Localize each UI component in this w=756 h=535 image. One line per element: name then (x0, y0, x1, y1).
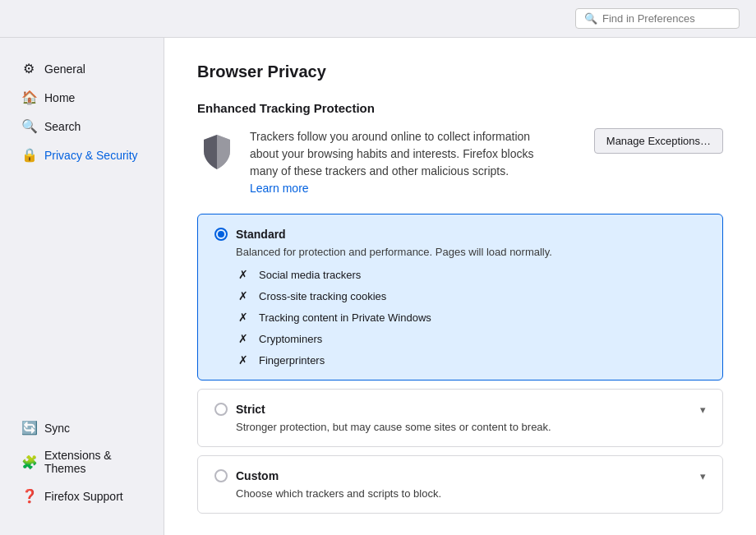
tracker-item-standard-2: ✗ Tracking content in Private Windows (236, 311, 706, 324)
sidebar-label-home: Home (44, 91, 75, 104)
tracker-item-standard-1: ✗ Cross-site tracking cookies (236, 289, 706, 302)
option-header-custom: Custom ▾ (214, 469, 706, 482)
option-header-left-custom: Custom (214, 469, 279, 482)
chevron-icon-strict: ▾ (700, 404, 706, 416)
general-icon: ⚙ (21, 61, 36, 76)
option-label-standard: Standard (236, 228, 286, 241)
option-header-standard: Standard (214, 228, 706, 241)
section-title: Enhanced Tracking Protection (197, 101, 723, 115)
tracker-item-standard-3: ✗ Cryptominers (236, 332, 706, 345)
chevron-icon-custom: ▾ (700, 470, 706, 482)
radio-strict (214, 403, 228, 416)
etp-left: Trackers follow you around online to col… (197, 128, 546, 197)
radio-standard (214, 228, 228, 241)
tracker-item-standard-4: ✗ Fingerprinters (236, 353, 706, 367)
sidebar-item-support[interactable]: ❓Firefox Support (5, 482, 159, 510)
tracker-list-standard: ✗ Social media trackers ✗ Cross-site tra… (236, 268, 706, 367)
sidebar-label-extensions: Extensions & Themes (44, 449, 142, 475)
search-box[interactable]: 🔍 (575, 8, 740, 29)
preferences-search-input[interactable] (602, 12, 731, 25)
sidebar-label-support: Firefox Support (44, 490, 123, 503)
tracker-icon-4: ✗ (236, 353, 251, 367)
tracker-item-standard-0: ✗ Social media trackers (236, 268, 706, 281)
tracker-icon-1: ✗ (236, 289, 251, 302)
sidebar-item-home[interactable]: 🏠Home (5, 83, 159, 112)
main-layout: ⚙General🏠Home🔍Search🔒Privacy & Security … (0, 38, 756, 535)
sidebar-label-general: General (44, 62, 85, 76)
option-card-standard[interactable]: Standard Balanced for protection and per… (197, 214, 723, 380)
manage-exceptions-button[interactable]: Manage Exceptions… (594, 128, 723, 154)
tracker-label-standard-3: Cryptominers (259, 333, 322, 345)
sidebar-item-general[interactable]: ⚙General (5, 54, 159, 83)
tracker-icon-2: ✗ (236, 311, 251, 324)
option-header-left-standard: Standard (214, 228, 286, 241)
privacy-icon: 🔒 (21, 147, 36, 163)
sidebar-label-search: Search (44, 120, 81, 133)
sidebar-item-extensions[interactable]: 🧩Extensions & Themes (5, 442, 159, 482)
main-content: Browser Privacy Enhanced Tracking Protec… (164, 38, 756, 535)
option-desc-custom: Choose which trackers and scripts to blo… (236, 487, 706, 500)
tracker-label-standard-0: Social media trackers (259, 269, 361, 281)
sidebar-item-sync[interactable]: 🔄Sync (5, 413, 159, 442)
sidebar-spacer (0, 171, 164, 412)
etp-section: Enhanced Tracking Protection Trackers fo… (197, 101, 723, 514)
option-label-strict: Strict (236, 403, 265, 416)
search-icon: 🔍 (584, 12, 597, 25)
sidebar-item-privacy[interactable]: 🔒Privacy & Security (5, 141, 159, 169)
sidebar-label-sync: Sync (44, 422, 70, 435)
tracker-label-standard-4: Fingerprinters (259, 354, 325, 367)
sidebar: ⚙General🏠Home🔍Search🔒Privacy & Security … (0, 38, 164, 535)
option-desc-strict: Stronger protection, but may cause some … (236, 421, 706, 433)
tracker-label-standard-1: Cross-site tracking cookies (259, 290, 386, 302)
option-desc-standard: Balanced for protection and performance.… (236, 246, 706, 258)
home-icon: 🏠 (21, 90, 36, 105)
shield-icon (197, 131, 237, 171)
page-title: Browser Privacy (197, 62, 723, 81)
sidebar-item-search[interactable]: 🔍Search (5, 112, 159, 141)
support-icon: ❓ (21, 488, 36, 504)
sync-icon: 🔄 (21, 420, 36, 436)
option-cards: Standard Balanced for protection and per… (197, 214, 723, 514)
option-header-strict: Strict ▾ (214, 403, 706, 416)
tracker-label-standard-2: Tracking content in Private Windows (259, 311, 431, 324)
learn-more-link[interactable]: Learn more (250, 182, 309, 195)
radio-custom (214, 469, 228, 482)
option-card-strict[interactable]: Strict ▾ Stronger protection, but may ca… (197, 389, 723, 447)
option-header-left-strict: Strict (214, 403, 265, 416)
etp-header: Trackers follow you around online to col… (197, 128, 723, 197)
etp-description: Trackers follow you around online to col… (250, 128, 546, 197)
option-card-custom[interactable]: Custom ▾ Choose which trackers and scrip… (197, 455, 723, 514)
sidebar-bottom: 🔄Sync🧩Extensions & Themes❓Firefox Suppor… (0, 413, 164, 519)
sidebar-label-privacy: Privacy & Security (44, 149, 138, 162)
tracker-icon-0: ✗ (236, 268, 251, 281)
option-label-custom: Custom (236, 469, 279, 482)
extensions-icon: 🧩 (21, 454, 36, 470)
tracker-icon-3: ✗ (236, 332, 251, 345)
topbar: 🔍 (0, 0, 756, 38)
search-icon: 🔍 (21, 118, 36, 134)
